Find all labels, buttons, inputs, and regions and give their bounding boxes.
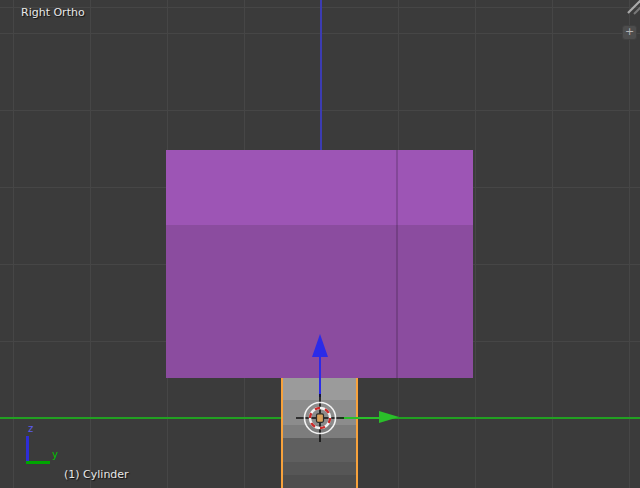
3d-viewport[interactable]: z y Right Ortho (1) Cylinder + bbox=[0, 0, 640, 488]
scene-object-info-label: (1) Cylinder bbox=[64, 468, 129, 481]
axis-mini-gizmo-y-label: y bbox=[52, 449, 58, 460]
cursor-3d-icon bbox=[290, 388, 350, 448]
box-top-face bbox=[166, 150, 473, 225]
axis-mini-gizmo-z-bar bbox=[26, 436, 29, 462]
view-orientation-label: Right Ortho bbox=[21, 6, 85, 19]
grid-z-axis-line bbox=[320, 0, 322, 150]
box-edge-line bbox=[396, 150, 398, 378]
cylinder-shading-band bbox=[283, 462, 356, 475]
plus-icon: + bbox=[625, 25, 634, 38]
object-origin-dot bbox=[317, 414, 324, 423]
region-expand-button[interactable]: + bbox=[622, 25, 637, 40]
axis-mini-gizmo-y-bar bbox=[26, 461, 50, 464]
corner-resize-icon[interactable] bbox=[624, 0, 640, 16]
axis-mini-gizmo-z-label: z bbox=[28, 423, 33, 434]
translate-y-arrow-icon[interactable] bbox=[379, 411, 399, 423]
cylinder-shading-band bbox=[283, 475, 356, 488]
translate-z-arrow-icon[interactable] bbox=[312, 334, 328, 357]
